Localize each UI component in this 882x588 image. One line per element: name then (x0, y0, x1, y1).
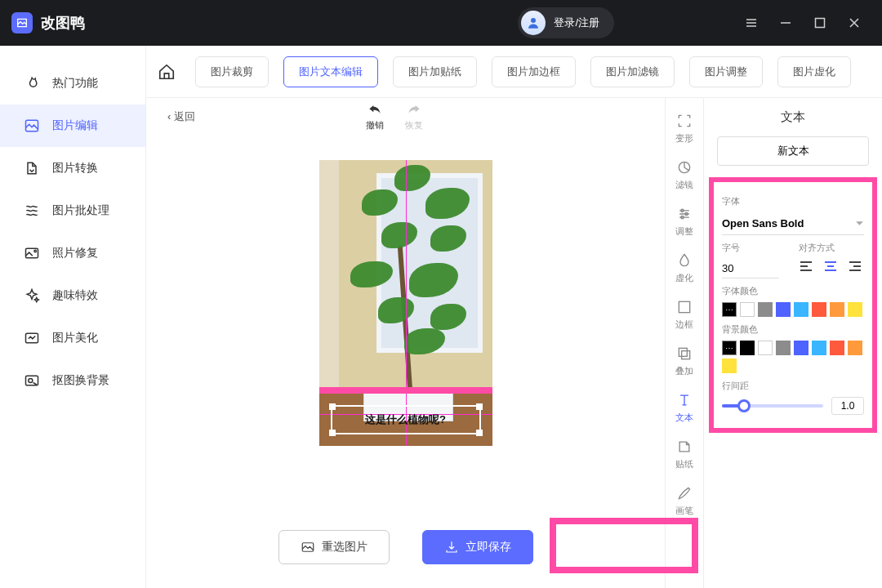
convert-icon (23, 159, 41, 177)
canvas-stage[interactable]: 这是什么植物呢? (146, 136, 665, 506)
sidebar-item-effects[interactable]: 趣味特效 (0, 274, 145, 317)
sidebar-item-cutout[interactable]: 抠图换背景 (0, 359, 145, 402)
highlight-save (550, 518, 698, 573)
color-swatch[interactable] (740, 341, 755, 355)
size-label: 字号 (722, 242, 779, 254)
tool-adjust[interactable]: 调整 (666, 199, 703, 244)
sidebar-item-batch[interactable]: 图片批处理 (0, 189, 145, 232)
close-icon[interactable] (848, 16, 861, 29)
sidebar-item-beautify[interactable]: 图片美化 (0, 317, 145, 359)
svg-rect-13 (679, 301, 689, 312)
svg-point-4 (34, 250, 37, 252)
align-right-icon[interactable] (848, 259, 864, 275)
font-select[interactable]: Open Sans Bold (722, 212, 864, 235)
color-swatch[interactable] (812, 302, 826, 317)
color-swatch[interactable] (758, 302, 773, 317)
window-controls (745, 16, 882, 29)
new-text-button[interactable]: 新文本 (717, 136, 869, 166)
sidebar-item-label: 图片美化 (52, 331, 98, 345)
color-swatch[interactable] (776, 302, 791, 317)
back-button[interactable]: ‹ 返回 (167, 109, 195, 124)
lineheight-value[interactable] (831, 397, 864, 415)
tab-text-edit[interactable]: 图片文本编辑 (283, 56, 378, 87)
beautify-icon (23, 329, 41, 347)
sidebar-item-edit[interactable]: 图片编辑 (0, 105, 145, 147)
image-icon (23, 117, 41, 135)
tool-transform[interactable]: 变形 (666, 106, 703, 151)
align-left-icon[interactable] (799, 259, 815, 275)
maximize-icon[interactable] (813, 16, 826, 29)
tool-brush[interactable]: 画笔 (666, 479, 703, 523)
svg-rect-1 (816, 19, 825, 28)
menu-icon[interactable] (745, 16, 758, 29)
sidebar-item-label: 图片编辑 (52, 118, 98, 133)
home-icon[interactable] (158, 63, 176, 81)
align-label: 对齐方式 (799, 242, 864, 254)
login-button[interactable]: 登录/注册 (518, 7, 614, 38)
logo-icon (11, 12, 33, 33)
color-swatch[interactable] (740, 302, 755, 317)
title-bar: 改图鸭 登录/注册 (0, 0, 882, 46)
sidebar-item-label: 照片修复 (52, 246, 98, 261)
color-swatch[interactable] (776, 341, 791, 355)
color-swatch[interactable] (848, 302, 862, 317)
font-label: 字体 (722, 195, 864, 207)
tool-blur[interactable]: 虚化 (666, 246, 703, 291)
lineheight-slider[interactable] (722, 404, 823, 408)
bg-color-swatches: ⋯ (722, 341, 864, 373)
lineheight-label: 行间距 (722, 380, 864, 392)
color-swatch[interactable] (758, 341, 773, 355)
repair-icon (23, 244, 41, 262)
avatar-icon (521, 11, 546, 35)
minimize-icon[interactable] (779, 16, 792, 29)
sidebar-item-convert[interactable]: 图片转换 (0, 147, 145, 189)
tab-sticker[interactable]: 图片加贴纸 (393, 56, 477, 87)
sidebar-item-label: 热门功能 (52, 76, 98, 91)
tab-filter[interactable]: 图片加滤镜 (590, 56, 675, 87)
tabs-row: 图片裁剪 图片文本编辑 图片加贴纸 图片加边框 图片加滤镜 图片调整 图片虚化 (146, 46, 882, 98)
sidebar: 热门功能 图片编辑 图片转换 图片批处理 照片修复 趣味特效 图片美化 抠图换 (0, 46, 145, 588)
tab-adjust[interactable]: 图片调整 (689, 56, 763, 87)
tool-filter[interactable]: 滤镜 (666, 153, 703, 198)
chevron-down-icon (855, 219, 864, 228)
rechoose-button[interactable]: 重选图片 (278, 530, 390, 564)
color-swatch[interactable] (830, 302, 844, 317)
color-swatch[interactable] (848, 341, 862, 355)
tool-sticker[interactable]: 贴纸 (666, 432, 703, 477)
sidebar-item-label: 图片转换 (52, 161, 98, 176)
color-swatch[interactable] (794, 341, 808, 355)
svg-rect-14 (679, 348, 687, 356)
tool-text[interactable]: 文本 (666, 385, 703, 430)
photo-preview[interactable]: 这是什么植物呢? (319, 160, 492, 446)
flame-icon (23, 74, 41, 92)
color-more[interactable]: ⋯ (722, 302, 737, 317)
tab-crop[interactable]: 图片裁剪 (195, 56, 269, 87)
font-color-label: 字体颜色 (722, 285, 864, 297)
text-selection[interactable]: 这是什么植物呢? (331, 405, 481, 434)
color-swatch[interactable] (812, 341, 826, 355)
tab-blur[interactable]: 图片虚化 (777, 56, 851, 87)
tab-border[interactable]: 图片加边框 (492, 56, 576, 87)
align-center-icon[interactable] (823, 259, 840, 275)
sidebar-item-label: 图片批处理 (52, 203, 109, 218)
bg-color-label: 背景颜色 (722, 323, 864, 336)
svg-point-7 (29, 379, 33, 383)
app-logo: 改图鸭 (0, 12, 85, 33)
color-more[interactable]: ⋯ (722, 341, 737, 355)
color-swatch[interactable] (722, 359, 737, 373)
color-swatch[interactable] (794, 302, 808, 317)
redo-button[interactable]: 恢复 (405, 103, 423, 131)
highlight-panel-section: 字体 Open Sans Bold 字号 对齐方式 (709, 177, 877, 433)
svg-point-0 (531, 18, 536, 23)
text-overlay[interactable]: 这是什么植物呢? (365, 412, 446, 427)
sparkle-icon (23, 287, 41, 305)
tool-overlay[interactable]: 叠加 (666, 339, 703, 384)
sidebar-item-hot[interactable]: 热门功能 (0, 62, 145, 105)
undo-button[interactable]: 撤销 (366, 103, 384, 131)
tool-border[interactable]: 边框 (666, 292, 703, 337)
save-button[interactable]: 立即保存 (422, 530, 533, 564)
font-size-input[interactable] (722, 259, 779, 278)
sidebar-item-repair[interactable]: 照片修复 (0, 232, 145, 274)
batch-icon (23, 202, 41, 220)
color-swatch[interactable] (830, 341, 844, 355)
